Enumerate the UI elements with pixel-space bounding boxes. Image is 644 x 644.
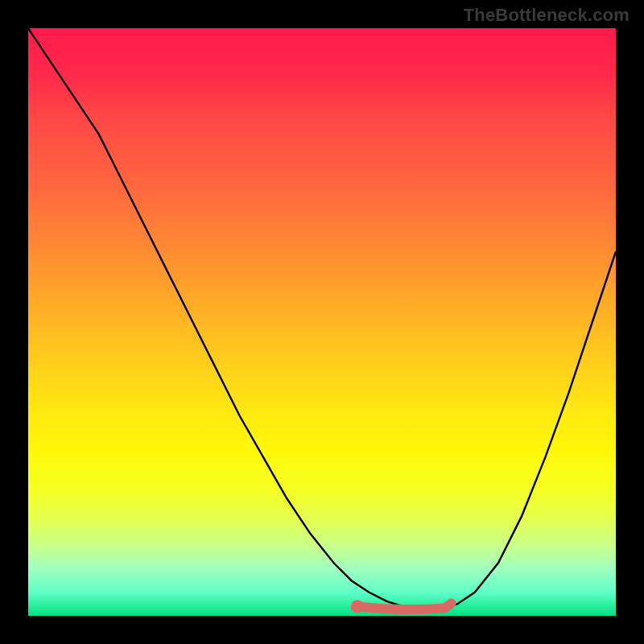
optimal-marker-path (357, 604, 452, 610)
optimal-marker-start-dot (351, 601, 364, 613)
chart-frame: TheBottleneck.com (0, 0, 644, 644)
plot-area (28, 28, 616, 616)
marker-layer (28, 28, 616, 616)
watermark-text: TheBottleneck.com (464, 5, 630, 26)
